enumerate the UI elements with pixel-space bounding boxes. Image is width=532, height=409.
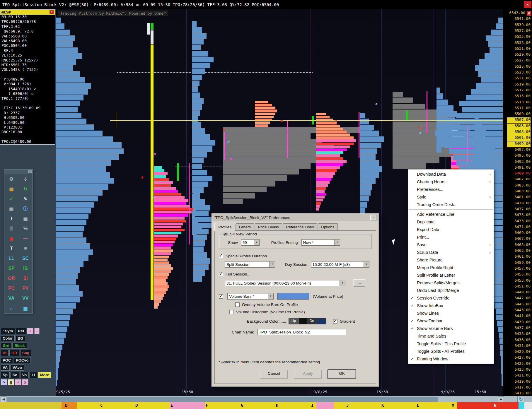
price-axis[interactable]: 6543.00M6541.006539.006537.006535.006533…: [503, 9, 532, 396]
fraction-icon[interactable]: %: [18, 224, 33, 234]
zoom-icon[interactable]: ⌕: [4, 303, 18, 313]
tool-palette-header[interactable]: ×: [4, 170, 33, 174]
si-tool-button[interactable]: SI: [18, 273, 33, 283]
menu-item-split-profile-at-letter[interactable]: Split Profile at Letter: [408, 271, 494, 279]
align-icon[interactable]: ≡: [18, 244, 33, 254]
vv-tool-button[interactable]: VV: [18, 293, 33, 303]
scroll-left-icon[interactable]: ◀: [1, 396, 6, 402]
gradient-checkbox[interactable]: [333, 319, 337, 324]
menu-item-remove-splits-merges[interactable]: Remove Splits/Merges: [408, 279, 494, 287]
menu-item-undo-last-split-merge[interactable]: Undo Last Split/Merge: [408, 287, 494, 294]
side-button-va[interactable]: VA: [1, 364, 10, 371]
apply-button[interactable]: Apply: [294, 370, 322, 379]
chevron-down-icon[interactable]: ▼: [268, 293, 273, 299]
tab-price-levels[interactable]: Price Levels: [255, 223, 282, 230]
camera-icon[interactable]: ▣: [4, 204, 18, 214]
menu-item-session-override[interactable]: Session Override✓: [408, 294, 494, 302]
scrollbar-thumb[interactable]: [7, 397, 438, 402]
tool-palette-close-icon[interactable]: ×: [28, 170, 32, 173]
overlay-volume-checkbox[interactable]: [235, 302, 240, 307]
menu-item-charting-hours[interactable]: Charting Hours›: [408, 178, 494, 186]
notes-icon[interactable]: ▤: [4, 184, 18, 194]
side-button-[interactable]: -: [34, 328, 40, 334]
side-button-sp[interactable]: Sp: [1, 372, 10, 378]
va-tool-button[interactable]: VA: [4, 293, 18, 303]
menu-item-download-data[interactable]: Download Data›: [408, 170, 494, 178]
menu-item-scrub-data[interactable]: Scrub Data›: [408, 249, 494, 256]
menu-item-toggle-splits-all-profiles[interactable]: Toggle Splits - All Profiles: [408, 348, 494, 355]
grid-icon[interactable]: ▒: [4, 224, 18, 234]
cancel-button[interactable]: Cancel: [260, 370, 288, 379]
side-button-more[interactable]: More: [38, 372, 51, 378]
sp-tool-button[interactable]: SP: [4, 263, 18, 273]
menu-item-floating-window[interactable]: Floating Window✓: [408, 355, 494, 363]
session-browse-button[interactable]: ...: [353, 279, 365, 287]
tab-reference-lines[interactable]: Reference Lines: [283, 223, 318, 230]
ok-button[interactable]: OK: [328, 370, 356, 379]
side-button-sym[interactable]: ~Sym: [1, 328, 15, 334]
pc-tool-button[interactable]: PC: [4, 283, 18, 293]
chevron-down-icon[interactable]: ▼: [364, 261, 369, 267]
scroll-right-icon[interactable]: ▶: [498, 396, 504, 402]
profiles-ending-select[interactable]: Now *▼: [301, 239, 340, 246]
menu-item-toggle-splits-this-profile[interactable]: Toggle Splits - This Profile: [408, 340, 494, 348]
menu-item-preferences[interactable]: Preferences...: [408, 186, 494, 193]
menu-item-time-and-sales[interactable]: Time and Sales: [408, 332, 494, 340]
side-button-pocvo[interactable]: POCvo: [14, 357, 30, 363]
chart-name-input[interactable]: TPO_SplitSession_Block_V2: [257, 329, 346, 335]
info-icon[interactable]: ⓘ: [18, 204, 33, 214]
edit-pencil-icon[interactable]: ✎: [18, 194, 33, 204]
side-button-ib[interactable]: IB: [1, 350, 8, 356]
full-session-select[interactable]: 31. FULL Globex Session (00:00-23:00 Mon…: [225, 280, 345, 286]
side-button-or[interactable]: OR: [9, 350, 19, 356]
volume-bars-checkbox[interactable]: [219, 294, 223, 299]
dialog-close-icon[interactable]: ×: [370, 215, 377, 220]
or-tool-button[interactable]: OR: [4, 273, 18, 283]
window-close-button[interactable]: ×: [524, 1, 531, 8]
menu-item-show-toolbar[interactable]: Show Toolbar✓: [408, 317, 494, 325]
volume-color-swatch[interactable]: [277, 293, 309, 300]
background-navy-swatch[interactable]: [317, 318, 326, 324]
volume-bars-select[interactable]: Volume Bars *▼: [227, 293, 274, 300]
side-button-bg[interactable]: BG: [16, 335, 25, 341]
side-button-color[interactable]: Color: [1, 335, 15, 341]
ll-tool-button[interactable]: LL: [4, 254, 18, 263]
chevron-down-icon[interactable]: ▼: [254, 239, 259, 245]
text2-tool-icon[interactable]: T: [4, 244, 18, 254]
menu-item-show-infobox[interactable]: Show InfoBox✓: [408, 302, 494, 309]
pv-tool-button[interactable]: PV: [18, 283, 33, 293]
menu-item-share-picture[interactable]: Share Picture: [408, 256, 494, 264]
side-button-x[interactable]: x: [22, 379, 28, 385]
horizontal-scrollbar[interactable]: ◀ ▶ ↻: [0, 396, 532, 402]
background-black-swatch[interactable]: [299, 318, 307, 324]
menu-item-show-lines[interactable]: Show Lines: [408, 309, 494, 317]
menu-item-save[interactable]: Save›: [408, 241, 494, 249]
side-button-sc[interactable]: Sc: [11, 372, 19, 378]
refresh-icon[interactable]: ↻: [18, 184, 33, 194]
side-button-[interactable]: +: [15, 379, 21, 385]
special-duration-checkbox[interactable]: [219, 254, 223, 258]
side-button-[interactable]: +: [27, 328, 33, 334]
side-button-vo[interactable]: Vo: [20, 372, 29, 378]
menu-item-style[interactable]: Style›: [408, 193, 494, 201]
side-button-grd[interactable]: Grd: [1, 343, 11, 349]
settings-gear-icon[interactable]: ⚙: [4, 174, 18, 184]
volume-histogram-checkbox[interactable]: [229, 310, 234, 314]
side-button-li[interactable]: Li: [30, 372, 37, 378]
info-box-header[interactable]: @ES# ×: [0, 10, 55, 15]
split-session-select[interactable]: Split Session▼: [225, 261, 275, 268]
info-box-close-icon[interactable]: ×: [50, 10, 54, 14]
alert-icon[interactable]: ◉: [4, 234, 18, 244]
dialog-title-bar[interactable]: "TPO_SplitSession_Block_V2" Preferences …: [212, 214, 378, 221]
menu-item-duplicate[interactable]: Duplicate: [408, 218, 494, 226]
full-session-checkbox[interactable]: [219, 272, 223, 276]
tab-letters[interactable]: Letters: [236, 223, 254, 230]
layout-grid-icon[interactable]: ▦: [18, 303, 33, 313]
block-tool-icon[interactable]: ▦: [18, 214, 33, 224]
side-button-block[interactable]: Block: [12, 343, 27, 349]
menu-item-merge-profile-right[interactable]: Merge Profile Right: [408, 264, 494, 271]
background-dn-swatch[interactable]: Dn: [307, 318, 317, 324]
chart-refresh-icon[interactable]: ↻: [517, 396, 524, 403]
side-button-sng[interactable]: Sng: [20, 350, 32, 356]
tab-profiles[interactable]: Profiles: [214, 223, 235, 231]
